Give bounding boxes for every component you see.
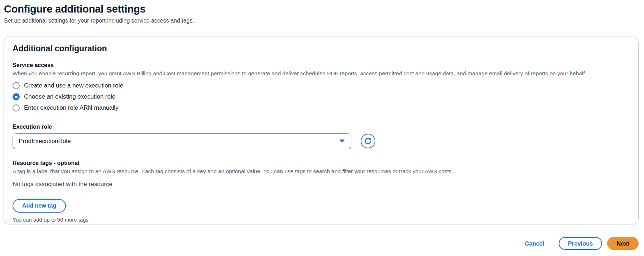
page-title: Configure additional settings (4, 3, 194, 15)
page-subtitle: Set up additional settings for your repo… (4, 17, 194, 25)
refresh-roles-button[interactable] (361, 134, 375, 148)
next-button[interactable]: Next (607, 237, 639, 250)
resource-tags-section: Resource tags - optional A tag is a labe… (13, 160, 630, 223)
wizard-footer-actions: Cancel Previous Next (525, 237, 639, 250)
caret-down-icon (340, 139, 345, 143)
radio-label: Choose an existing execution role (24, 93, 115, 100)
radio-choose-existing-role[interactable]: Choose an existing execution role (13, 91, 630, 103)
execution-role-section: Execution role ProdExecutionRole (13, 124, 630, 149)
resource-tags-description: A tag is a label that you assign to an A… (13, 168, 630, 175)
radio-label: Create and use a new execution role (24, 82, 123, 89)
resource-tags-label: Resource tags - optional (13, 160, 630, 166)
page-header: Configure additional settings Set up add… (4, 3, 194, 25)
radio-create-new-role[interactable]: Create and use a new execution role (13, 80, 630, 91)
add-new-tag-button[interactable]: Add new tag (13, 199, 66, 213)
radio-icon (13, 82, 20, 89)
cancel-button[interactable]: Cancel (525, 240, 544, 247)
radio-selected-icon (13, 93, 20, 100)
execution-role-select[interactable]: ProdExecutionRole (13, 133, 351, 149)
service-access-description: When you enable recurring report, you gr… (13, 70, 630, 77)
radio-icon (13, 104, 20, 112)
service-access-label: Service access (13, 62, 630, 68)
radio-label: Enter execution role ARN manually (24, 104, 119, 112)
previous-button[interactable]: Previous (559, 237, 602, 250)
service-access-radio-group: Create and use a new execution role Choo… (13, 80, 630, 114)
no-tags-empty-state: No tags associated with the resource (13, 181, 630, 188)
tag-limit-note: You can add up to 50 more tags (13, 217, 630, 223)
execution-role-label: Execution role (13, 124, 630, 130)
radio-enter-role-arn[interactable]: Enter execution role ARN manually (13, 103, 630, 114)
additional-configuration-card: Additional configuration Service access … (4, 37, 639, 224)
execution-role-selected-value: ProdExecutionRole (19, 138, 71, 145)
service-access-section: Service access When you enable recurring… (13, 62, 630, 114)
refresh-icon (364, 137, 372, 145)
card-title: Additional configuration (13, 44, 630, 53)
